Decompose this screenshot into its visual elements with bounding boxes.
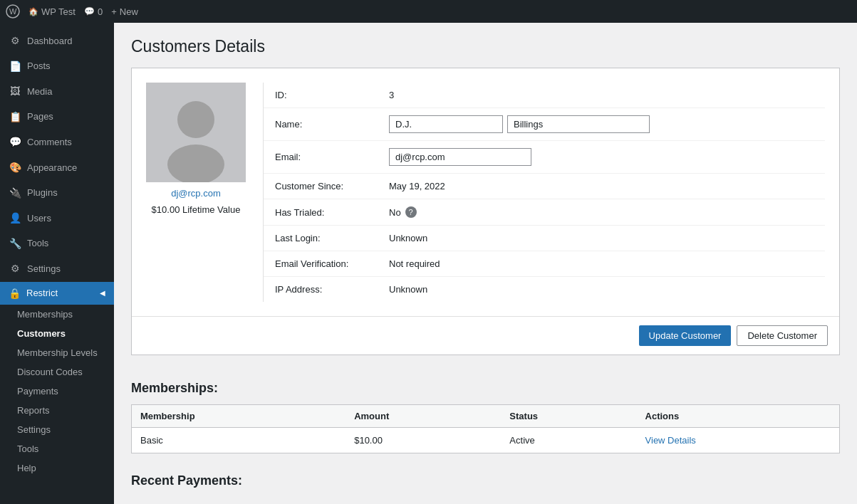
sidebar-item-settings-sub[interactable]: Settings — [0, 420, 114, 439]
sidebar-item-help[interactable]: Help — [0, 458, 114, 478]
sidebar-item-membership-levels[interactable]: Membership Levels — [0, 343, 114, 362]
view-details-link[interactable]: View Details — [645, 435, 696, 446]
ip-address-value: Unknown — [389, 284, 427, 295]
sidebar-item-memberships[interactable]: Memberships — [0, 305, 114, 324]
email-verification-value: Not required — [389, 258, 440, 269]
sidebar-item-reports[interactable]: Reports — [0, 401, 114, 420]
membership-name: Basic — [132, 428, 346, 453]
settings-icon: ⚙ — [9, 262, 21, 276]
avatar-section: dj@rcp.com $10.00 Lifetime Value — [146, 83, 246, 302]
sidebar-item-discount-codes[interactable]: Discount Codes — [0, 362, 114, 382]
last-login-value: Unknown — [389, 233, 427, 243]
sidebar-item-customers[interactable]: Customers — [0, 324, 114, 343]
users-icon: 👤 — [9, 211, 21, 226]
avatar — [146, 83, 246, 182]
lifetime-value: $10.00 Lifetime Value — [152, 204, 241, 215]
field-name: Name: — [264, 108, 825, 141]
memberships-title: Memberships: — [131, 369, 840, 404]
sidebar-item-tools[interactable]: 🔧 Tools — [0, 231, 114, 257]
first-name-input[interactable] — [389, 115, 503, 133]
customer-since-value: May 19, 2022 — [389, 181, 445, 191]
customer-details-card: dj@rcp.com $10.00 Lifetime Value ID: 3 N… — [131, 68, 840, 355]
restrict-icon: 🔒 — [9, 288, 21, 299]
update-customer-button[interactable]: Update Customer — [639, 325, 732, 346]
membership-amount: $10.00 — [346, 428, 501, 453]
customer-email-link[interactable]: dj@rcp.com — [171, 188, 221, 199]
field-email: Email: — [264, 141, 825, 174]
site-name[interactable]: 🏠 WP Test — [28, 6, 76, 17]
col-actions: Actions — [637, 405, 839, 428]
membership-actions: View Details — [637, 428, 839, 453]
admin-sidebar: ⚙ Dashboard 📄 Posts 🖼 Media 📋 Pages 💬 Co… — [0, 23, 114, 504]
field-id: ID: 3 — [264, 83, 825, 108]
admin-bar: W 🏠 WP Test 💬 0 + New — [0, 0, 857, 23]
svg-text:W: W — [9, 7, 17, 16]
customer-info-section: dj@rcp.com $10.00 Lifetime Value ID: 3 N… — [132, 68, 839, 316]
tools-icon: 🔧 — [9, 237, 21, 251]
wp-logo[interactable]: W — [6, 4, 20, 19]
restrict-menu-header[interactable]: 🔒 Restrict ◀ — [0, 282, 114, 305]
media-icon: 🖼 — [9, 85, 21, 99]
table-header-row: Membership Amount Status Actions — [132, 405, 839, 428]
has-trialed-value: No — [389, 207, 401, 218]
comments-link[interactable]: 💬 0 — [84, 6, 103, 17]
memberships-card: Membership Amount Status Actions Basic $… — [131, 404, 840, 453]
has-trialed-container: No ? — [389, 206, 417, 218]
sidebar-item-media[interactable]: 🖼 Media — [0, 79, 114, 105]
sidebar-item-posts[interactable]: 📄 Posts — [0, 54, 114, 80]
sidebar-item-payments[interactable]: Payments — [0, 382, 114, 401]
page-title: Customers Details — [131, 37, 840, 56]
main-content: Customers Details dj@rcp.com $10.00 Life… — [114, 23, 857, 504]
recent-payments-title: Recent Payments: — [131, 468, 840, 497]
field-has-trialed: Has Trialed: No ? — [264, 199, 825, 226]
last-name-input[interactable] — [507, 115, 650, 133]
plugins-icon: 🔌 — [9, 187, 21, 201]
appearance-icon: 🎨 — [9, 161, 21, 175]
table-row: Basic $10.00 Active View Details — [132, 428, 839, 453]
comments-icon: 💬 — [9, 135, 21, 149]
action-buttons: Update Customer Delete Customer — [132, 316, 839, 355]
sidebar-item-tools-sub[interactable]: Tools — [0, 439, 114, 458]
sidebar-item-appearance[interactable]: 🎨 Appearance — [0, 155, 114, 181]
memberships-table: Membership Amount Status Actions Basic $… — [132, 405, 839, 453]
restrict-chevron-icon: ◀ — [100, 289, 105, 297]
col-status: Status — [501, 405, 636, 428]
sidebar-item-dashboard[interactable]: ⚙ Dashboard — [0, 28, 114, 54]
email-input[interactable] — [389, 148, 531, 166]
field-email-verification: Email Verification: Not required — [264, 251, 825, 277]
customer-fields: ID: 3 Name: Email: Customer Since: — [263, 83, 825, 302]
sidebar-item-pages[interactable]: 📋 Pages — [0, 105, 114, 130]
field-ip-address: IP Address: Unknown — [264, 277, 825, 302]
new-content-button[interactable]: + New — [111, 6, 138, 17]
field-last-login: Last Login: Unknown — [264, 226, 825, 251]
field-customer-since: Customer Since: May 19, 2022 — [264, 174, 825, 199]
id-value: 3 — [389, 90, 394, 100]
dashboard-icon: ⚙ — [9, 34, 21, 48]
membership-status: Active — [501, 428, 636, 453]
memberships-section: Memberships: Membership Amount Status Ac… — [131, 369, 840, 453]
recent-payments-section: Recent Payments: — [131, 468, 840, 497]
sidebar-item-settings[interactable]: ⚙ Settings — [0, 256, 114, 282]
posts-icon: 📄 — [9, 60, 21, 74]
sidebar-item-users[interactable]: 👤 Users — [0, 206, 114, 231]
pages-icon: 📋 — [9, 110, 21, 125]
restrict-submenu: Memberships Customers Membership Levels … — [0, 305, 114, 478]
col-membership: Membership — [132, 405, 346, 428]
delete-customer-button[interactable]: Delete Customer — [737, 325, 828, 346]
sidebar-item-comments[interactable]: 💬 Comments — [0, 130, 114, 155]
help-icon[interactable]: ? — [405, 206, 417, 218]
sidebar-item-plugins[interactable]: 🔌 Plugins — [0, 181, 114, 206]
svg-point-3 — [177, 101, 214, 138]
col-amount: Amount — [346, 405, 501, 428]
